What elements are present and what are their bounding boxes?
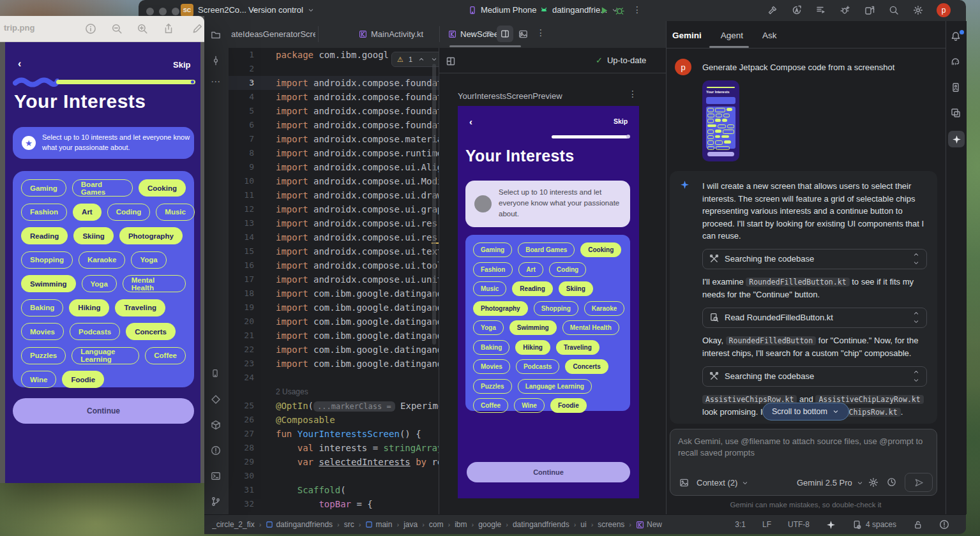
preview-image-icon[interactable]: [518, 29, 528, 39]
run-button[interactable]: [599, 6, 609, 15]
commit-icon[interactable]: [211, 56, 221, 66]
next-problem-icon[interactable]: [430, 56, 438, 63]
breadcrumb-item[interactable]: datingandfriends: [266, 520, 333, 529]
vcs-widget[interactable]: Version control: [248, 5, 315, 15]
tool-call-row[interactable]: Read RoundedFilledButton.kt: [702, 308, 927, 328]
interest-chip[interactable]: Podcasts: [516, 359, 559, 374]
interest-chip[interactable]: Coffee: [473, 398, 508, 413]
tool-call-row[interactable]: Searching the codebase: [702, 366, 927, 387]
breadcrumb-item[interactable]: ibm: [455, 520, 467, 529]
interest-chip[interactable]: Gaming: [473, 242, 512, 257]
info-icon[interactable]: [85, 23, 96, 34]
interest-chip[interactable]: Coding: [549, 262, 586, 277]
file-encoding[interactable]: UTF-8: [788, 520, 810, 529]
breadcrumb-item[interactable]: com: [429, 520, 444, 529]
elephant-icon[interactable]: [951, 57, 961, 67]
zoom-out-icon[interactable]: [111, 23, 123, 34]
split-editor-toggle[interactable]: [497, 26, 513, 42]
editor-more-icon[interactable]: ⋮: [536, 27, 545, 38]
device-selector[interactable]: Medium Phone: [468, 5, 548, 15]
interest-chip[interactable]: Shopping: [534, 301, 578, 316]
breadcrumb-item[interactable]: New: [636, 520, 662, 529]
tab-gemini[interactable]: Gemini: [672, 31, 702, 40]
tab-options-icon[interactable]: [484, 29, 493, 38]
expand-collapse-icon[interactable]: [912, 368, 920, 384]
gear-icon[interactable]: [913, 5, 923, 15]
project-icon[interactable]: [211, 30, 221, 40]
problems-icon[interactable]: [211, 445, 221, 456]
interest-chip[interactable]: Board Games: [518, 242, 575, 257]
line-separator[interactable]: LF: [762, 520, 771, 529]
breadcrumb-item[interactable]: main: [365, 520, 392, 529]
preview-more-icon[interactable]: ⋮: [628, 89, 637, 99]
preview-layout-icon[interactable]: [446, 56, 456, 66]
build-hammer-icon[interactable]: [767, 5, 778, 15]
device-mirror-icon[interactable]: [864, 5, 875, 15]
expand-collapse-icon[interactable]: [912, 251, 920, 267]
skip-button[interactable]: Skip: [614, 117, 628, 125]
editor-scrollbar[interactable]: [432, 64, 436, 345]
interest-chip[interactable]: Music: [473, 281, 506, 296]
build-icon[interactable]: [211, 420, 221, 430]
more-actions-icon[interactable]: ⋮: [633, 4, 642, 15]
interest-chip[interactable]: Yoga: [473, 320, 504, 335]
breadcrumb-item[interactable]: datingandfriends: [513, 520, 569, 529]
search-icon[interactable]: [889, 5, 899, 15]
code-editor[interactable]: 1package com.ibm.googl23import androidx.…: [229, 48, 439, 514]
preview-name-label[interactable]: YourInterestsScreenPreview: [458, 91, 562, 101]
context-selector[interactable]: Context (2): [697, 478, 749, 488]
interest-chip[interactable]: Karaoke: [584, 301, 624, 316]
interest-chip[interactable]: Movies: [473, 359, 510, 374]
back-icon[interactable]: ‹: [469, 116, 472, 127]
caret-position[interactable]: 3:1: [735, 520, 746, 529]
gemini-status-icon[interactable]: [826, 520, 836, 530]
interest-chip[interactable]: Baking: [473, 340, 509, 355]
inspections-widget[interactable]: ⚠ 1: [391, 52, 439, 67]
interest-chip[interactable]: Language Learning: [518, 379, 592, 394]
device-manager-icon[interactable]: [211, 369, 220, 378]
prev-problem-icon[interactable]: [418, 56, 425, 63]
breadcrumb[interactable]: _circle_2_fix›datingandfriends›src›main›…: [212, 520, 662, 529]
tool-call-row[interactable]: Searching the codebase: [702, 249, 927, 269]
model-selector[interactable]: Gemini 2.5 Pro: [797, 478, 864, 488]
interest-chip[interactable]: Swimming: [509, 320, 557, 335]
screenshot-thumbnail[interactable]: Your Interests: [702, 80, 739, 161]
interest-chip[interactable]: Mental Health: [562, 320, 619, 335]
interest-chip[interactable]: Fashion: [473, 262, 513, 277]
breadcrumb-item[interactable]: java: [403, 520, 418, 529]
tab-dateideasgeneratorscreen[interactable]: ateIdeasGeneratorScreen.kt: [231, 21, 315, 47]
share-icon[interactable]: [163, 23, 174, 34]
interest-chip[interactable]: Cooking: [580, 242, 621, 257]
gemini-settings-icon[interactable]: [868, 477, 878, 488]
resource-manager-icon[interactable]: [211, 394, 221, 405]
interest-chip[interactable]: Hiking: [515, 340, 550, 355]
interest-chip[interactable]: Puzzles: [473, 379, 512, 394]
interest-chip[interactable]: Photography: [473, 301, 528, 316]
debug-button[interactable]: [615, 6, 624, 15]
interest-chip[interactable]: Wine: [514, 398, 545, 413]
gemini-input-box[interactable]: Ask Gemini, use @filename to attach sour…: [670, 429, 937, 496]
profiler-icon[interactable]: [792, 5, 802, 15]
tab-agent[interactable]: Agent: [721, 31, 743, 40]
markup-icon[interactable]: [192, 23, 203, 34]
version-control-icon[interactable]: [211, 496, 221, 507]
send-button[interactable]: [905, 473, 933, 492]
status-problems-icon[interactable]: [939, 519, 949, 530]
interest-chip[interactable]: Concerts: [565, 359, 608, 374]
interest-chip[interactable]: Skiing: [559, 281, 593, 296]
scroll-to-bottom-button[interactable]: Scroll to bottom: [762, 403, 849, 421]
breadcrumb-item[interactable]: google: [478, 520, 501, 529]
sparkle-icon[interactable]: [948, 131, 965, 147]
breadcrumb-item[interactable]: ui: [580, 520, 586, 529]
run-dashboard-icon[interactable]: [816, 5, 826, 15]
tab-list-dropdown-icon[interactable]: [469, 29, 477, 37]
interest-chip[interactable]: Foodie: [550, 398, 587, 413]
user-avatar[interactable]: p: [937, 3, 951, 17]
breadcrumb-item[interactable]: src: [344, 520, 354, 529]
attach-debugger-icon[interactable]: [840, 5, 850, 15]
breadcrumb-item[interactable]: _circle_2_fix: [212, 520, 255, 529]
indent-widget[interactable]: 4 spaces: [852, 520, 896, 530]
tab-mainactivity[interactable]: MainActivity.kt: [359, 21, 423, 47]
terminal-icon[interactable]: [211, 471, 221, 481]
breadcrumb-item[interactable]: screens: [598, 520, 624, 529]
